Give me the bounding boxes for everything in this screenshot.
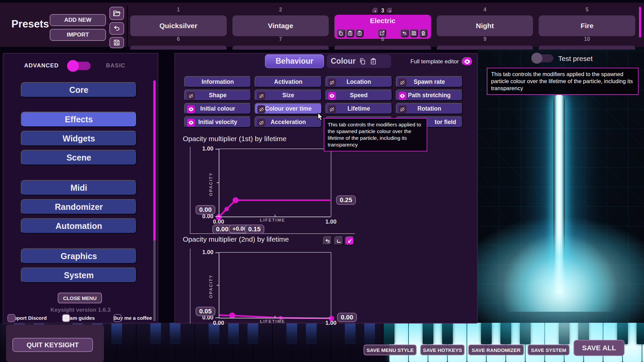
chart1-xlabel: LIFETIME [260, 218, 285, 223]
chart2-right-value[interactable]: 0.00 [337, 313, 357, 322]
section-button-shape[interactable]: Shape [184, 89, 251, 101]
sidebar-item-system[interactable]: System [21, 267, 137, 283]
steam-guides-link[interactable]: Steam guides [62, 315, 95, 321]
preset-slot-7[interactable]: 7 [232, 36, 329, 50]
discord-icon [7, 314, 15, 322]
section-button-initial-colour[interactable]: Initial colour [184, 103, 251, 114]
hidden-eye-icon[interactable] [328, 105, 336, 113]
sidebar-item-core[interactable]: Core [21, 82, 137, 98]
import-button[interactable]: IMPORT [50, 29, 106, 41]
visible-eye-icon[interactable] [398, 92, 407, 100]
close-menu-button[interactable]: CLOSE MENU [58, 293, 102, 303]
add-new-button[interactable]: ADD NEW [50, 14, 106, 26]
preset-button[interactable]: Electric2 [334, 15, 431, 39]
sidebar-item-randomizer[interactable]: Randomizer [21, 199, 137, 215]
buy-coffee-link[interactable]: Buy me a coffee [113, 315, 152, 321]
preset-button-partial[interactable] [334, 46, 431, 50]
save-button-3[interactable]: SAVE SYSTEM [528, 345, 570, 355]
preset-button-partial[interactable] [437, 46, 533, 50]
preset-button-partial[interactable] [232, 46, 329, 50]
sidebar-scrollbar-thumb[interactable] [153, 80, 156, 241]
tab-info-box: This tab controls the modifiers applied … [487, 68, 639, 95]
save-preset-button[interactable] [109, 37, 124, 48]
visible-eye-icon[interactable] [187, 119, 195, 127]
save-button-0[interactable]: SAVE MENU STYLE [364, 345, 417, 355]
preset-button[interactable]: Fire [539, 15, 635, 36]
next-preset-arrow[interactable]: › [387, 8, 393, 14]
chart1-xtick-right: 1.00 [325, 219, 336, 225]
opacity-curve-2: Opacity multiplier (2nd) by lifetime 1.0… [183, 235, 356, 323]
chart2-plot-area[interactable] [219, 252, 331, 318]
hidden-eye-icon[interactable] [257, 105, 265, 113]
piano-black-key [228, 323, 239, 344]
visible-eye-icon[interactable] [187, 105, 195, 113]
tick [215, 216, 219, 217]
preset-slot-8[interactable]: 8 [334, 36, 431, 50]
tab-colour[interactable]: Colour [327, 54, 391, 68]
curve-edit-button[interactable] [345, 236, 354, 245]
preset-slot-10[interactable]: 10 [539, 36, 635, 50]
preset-slot-9[interactable]: 9 [437, 36, 533, 50]
hidden-eye-icon[interactable] [257, 119, 265, 127]
preset-button[interactable]: Quicksilver [130, 15, 227, 36]
test-preset-toggle-knob[interactable] [531, 53, 542, 64]
preset-button-partial[interactable] [539, 46, 635, 50]
paste-icon[interactable] [370, 58, 377, 65]
hidden-eye-icon[interactable] [328, 78, 336, 86]
section-button-initial-velocity[interactable]: Initial velocity [184, 116, 251, 128]
section-button-size[interactable]: Size [255, 89, 322, 101]
preset-slot-number: 9 [437, 36, 533, 42]
tab-behaviour[interactable]: Behaviour [265, 54, 324, 68]
sidebar-item-widgets[interactable]: Widgets [21, 131, 137, 146]
section-button-activation[interactable]: Activation [255, 76, 322, 87]
section-button-location[interactable]: Location [325, 76, 392, 87]
full-template-editor-eye-button[interactable] [462, 57, 473, 66]
curve-undo-button[interactable] [323, 236, 332, 245]
prev-preset-arrow[interactable]: ‹ [372, 8, 379, 14]
open-folder-button[interactable] [109, 7, 124, 20]
hidden-eye-icon[interactable] [398, 105, 407, 113]
section-button-spawn-rate[interactable]: Spawn rate [396, 76, 463, 87]
chart1-plot-area[interactable] [219, 148, 331, 217]
sidebar-item-automation[interactable]: Automation [21, 218, 137, 234]
save-button-2[interactable]: SAVE RANDOMIZER [468, 345, 524, 355]
section-button-information[interactable]: Information [184, 76, 251, 87]
section-button-colour-over-time[interactable]: Colour over time [255, 103, 322, 114]
curve-control-point[interactable] [232, 197, 238, 203]
section-button-speed[interactable]: Speed [325, 89, 392, 101]
piano-black-key [248, 323, 258, 344]
section-button-rotation[interactable]: Rotation [396, 103, 463, 114]
quit-keysight-button[interactable]: QUIT KEYSIGHT [12, 338, 93, 352]
chart2-left-value[interactable]: 0.05 [196, 307, 215, 316]
sidebar-item-scene[interactable]: Scene [21, 150, 137, 165]
section-button-label: Shape [209, 92, 227, 99]
tick [275, 215, 275, 217]
preset-button[interactable]: Vintage [232, 15, 329, 36]
advanced-basic-toggle-knob[interactable] [67, 60, 79, 72]
preset-button[interactable]: Night [437, 15, 533, 36]
preset-page-nav: ‹3› [334, 7, 431, 15]
hidden-eye-icon[interactable] [257, 92, 265, 100]
preset-slot-6[interactable]: 6 [130, 36, 227, 50]
hidden-eye-icon[interactable] [187, 92, 195, 100]
copy-icon[interactable] [359, 58, 366, 65]
presets-scrollbar-thumb[interactable] [639, 7, 641, 38]
sidebar-item-graphics[interactable]: Graphics [21, 248, 137, 264]
hidden-eye-icon[interactable] [398, 78, 407, 86]
section-button-lifetime[interactable]: Lifetime [325, 103, 392, 114]
undo-button[interactable] [109, 22, 124, 35]
sidebar-item-effects[interactable]: Effects [21, 112, 137, 127]
section-button-acceleration[interactable]: Acceleration [255, 116, 322, 128]
curve-control-point[interactable] [224, 207, 229, 211]
curve-flatten-button[interactable] [334, 236, 343, 245]
chart1-right-value[interactable]: 0.25 [336, 195, 356, 205]
save-button-1[interactable]: SAVE HOTKEYS [420, 345, 465, 355]
preset-button-partial[interactable] [130, 46, 227, 50]
section-button-path-stretching[interactable]: Path stretching [396, 89, 463, 101]
chart1-point-x2-value[interactable]: 0.15 [245, 225, 264, 234]
support-discord-link[interactable]: Support Discord [7, 315, 47, 321]
visible-eye-icon[interactable] [328, 92, 336, 100]
save-all-button[interactable]: SAVE ALL [574, 340, 625, 356]
sidebar-item-midi[interactable]: Midi [21, 180, 137, 195]
chart1-left-value[interactable]: 0.00 [196, 205, 215, 215]
